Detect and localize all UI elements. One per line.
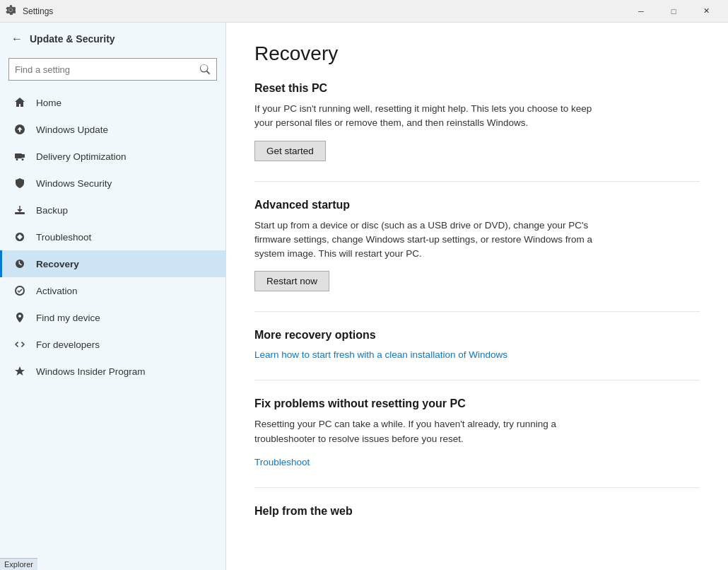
backup-icon <box>13 204 26 216</box>
divider-1 <box>254 181 700 182</box>
search-box <box>8 58 217 81</box>
sidebar-item-insider[interactable]: Windows Insider Program <box>0 358 225 385</box>
sidebar-header: ← Update & Security <box>0 23 225 55</box>
fix-problems-desc: Resetting your PC can take a while. If y… <box>254 417 594 446</box>
svg-point-4 <box>22 158 24 161</box>
sidebar-item-find-label: Find my device <box>36 313 100 323</box>
window-controls: ─ □ ✕ <box>625 0 722 23</box>
sidebar-section-title: Update & Security <box>30 33 115 45</box>
restart-now-button[interactable]: Restart now <box>254 271 329 291</box>
clean-install-link[interactable]: Learn how to start fresh with a clean in… <box>254 349 507 360</box>
update-icon <box>13 123 26 136</box>
divider-2 <box>254 311 700 312</box>
advanced-startup-desc: Start up from a device or disc (such as … <box>254 219 594 262</box>
insider-icon <box>13 365 26 378</box>
sidebar-item-home-label: Home <box>36 98 61 108</box>
search-button[interactable] <box>194 58 216 81</box>
sidebar: ← Update & Security Home <box>0 23 226 570</box>
sidebar-item-backup-label: Backup <box>36 205 68 216</box>
sidebar-item-windows-update[interactable]: Windows Update <box>0 116 225 143</box>
settings-icon <box>6 5 16 17</box>
close-button[interactable]: ✕ <box>690 0 722 23</box>
svg-rect-1 <box>15 153 22 158</box>
home-icon <box>13 96 26 109</box>
svg-rect-5 <box>15 212 25 214</box>
title-bar-left: Settings <box>6 5 53 17</box>
maximize-button[interactable]: □ <box>657 0 690 23</box>
activation-icon <box>13 284 26 297</box>
sidebar-item-developers[interactable]: For developers <box>0 331 225 358</box>
minimize-button[interactable]: ─ <box>625 0 657 23</box>
sidebar-item-troubleshoot[interactable]: Troubleshoot <box>0 223 225 250</box>
get-started-button[interactable]: Get started <box>254 141 326 161</box>
sidebar-item-security-label: Windows Security <box>36 178 112 189</box>
divider-4 <box>254 487 700 488</box>
more-recovery-title: More recovery options <box>254 329 700 342</box>
sidebar-item-delivery[interactable]: Delivery Optimization <box>0 143 225 170</box>
search-input[interactable] <box>9 64 194 75</box>
shield-icon <box>13 177 26 190</box>
sidebar-item-activation-label: Activation <box>36 286 78 296</box>
sidebar-item-recovery[interactable]: Recovery <box>0 250 225 277</box>
svg-point-0 <box>9 8 12 11</box>
svg-point-3 <box>16 158 18 161</box>
svg-rect-2 <box>21 154 25 158</box>
delivery-icon <box>13 150 26 163</box>
back-button[interactable]: ← <box>11 33 23 45</box>
taskbar-hint: Explorer <box>0 558 37 570</box>
sidebar-item-troubleshoot-label: Troubleshoot <box>36 232 91 243</box>
sidebar-item-recovery-label: Recovery <box>36 259 79 269</box>
page-title: Recovery <box>254 42 700 65</box>
sidebar-item-security[interactable]: Windows Security <box>0 170 225 197</box>
main-layout: ← Update & Security Home <box>0 23 728 570</box>
troubleshoot-icon <box>13 231 26 243</box>
reset-pc-desc: If your PC isn't running well, resetting… <box>254 102 594 131</box>
recovery-icon <box>13 257 26 270</box>
advanced-startup-title: Advanced startup <box>254 199 700 211</box>
sidebar-item-dev-label: For developers <box>36 339 100 350</box>
sidebar-item-backup[interactable]: Backup <box>0 197 225 223</box>
sidebar-item-home[interactable]: Home <box>0 89 225 116</box>
title-bar: Settings ─ □ ✕ <box>0 0 728 23</box>
fix-problems-title: Fix problems without resetting your PC <box>254 397 700 410</box>
help-web-title: Help from the web <box>254 505 700 518</box>
sidebar-item-update-label: Windows Update <box>36 124 108 135</box>
developers-icon <box>13 338 26 351</box>
sidebar-item-find-device[interactable]: Find my device <box>0 304 225 331</box>
find-device-icon <box>13 311 26 324</box>
troubleshoot-link[interactable]: Troubleshoot <box>254 457 310 467</box>
divider-3 <box>254 380 700 380</box>
content-area: Recovery Reset this PC If your PC isn't … <box>226 23 728 570</box>
sidebar-item-activation[interactable]: Activation <box>0 277 225 304</box>
window-title: Settings <box>23 6 53 16</box>
sidebar-item-delivery-label: Delivery Optimization <box>36 151 127 162</box>
sidebar-item-insider-label: Windows Insider Program <box>36 366 146 377</box>
reset-pc-title: Reset this PC <box>254 82 700 95</box>
nav-list: Home Windows Update <box>0 89 225 385</box>
